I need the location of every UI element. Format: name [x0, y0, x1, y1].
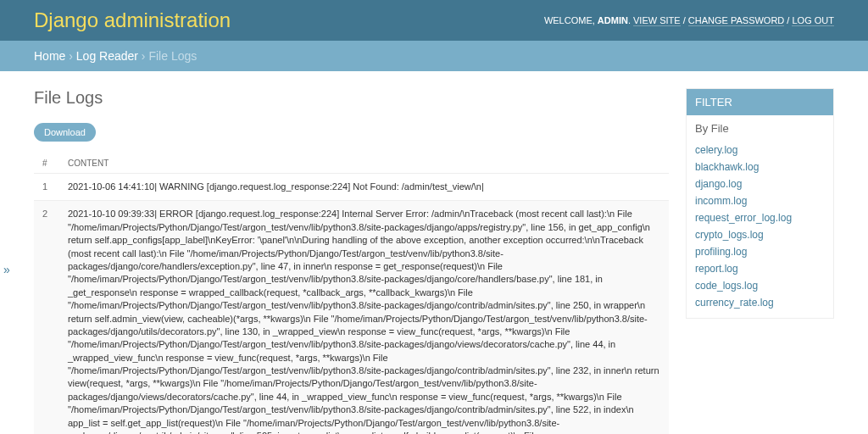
filter-link[interactable]: crypto_logs.log [695, 229, 764, 241]
page-title: File Logs [34, 88, 669, 108]
welcome-text: WELCOME, [544, 15, 598, 25]
breadcrumb-app[interactable]: Log Reader [76, 49, 138, 63]
filter-item: incomm.log [687, 192, 833, 209]
log-table: # CONTENT 12021-10-06 14:41:10| WARNING … [34, 153, 669, 434]
view-site-link[interactable]: VIEW SITE [633, 15, 681, 26]
branding: Django administration [34, 8, 231, 32]
table-row: 12021-10-06 14:41:10| WARNING [django.re… [34, 174, 669, 201]
download-button[interactable]: Download [34, 123, 96, 142]
col-header-content: CONTENT [59, 153, 669, 174]
page-arrow-icon[interactable]: » [3, 263, 10, 276]
row-content: 2021-10-06 14:41:10| WARNING [django.req… [59, 174, 669, 201]
filter-item: celery.log [687, 142, 833, 159]
filter-subtitle: By File [687, 115, 833, 138]
filter-link[interactable]: request_error_log.log [695, 212, 792, 224]
filter-item: report.log [687, 260, 833, 277]
header: Django administration WELCOME, ADMIN. VI… [0, 0, 868, 41]
row-number: 2 [34, 201, 59, 434]
filter-module: FILTER By File celery.logblackhawk.logdj… [686, 88, 834, 319]
filter-item: code_logs.log [687, 277, 833, 294]
breadcrumb-current: File Logs [148, 49, 197, 63]
filter-title: FILTER [687, 89, 833, 115]
filter-link[interactable]: code_logs.log [695, 280, 758, 292]
filter-item: request_error_log.log [687, 209, 833, 226]
logout-link[interactable]: LOG OUT [792, 15, 834, 26]
username: ADMIN [598, 15, 628, 25]
filter-list: celery.logblackhawk.logdjango.logincomm.… [687, 138, 833, 318]
filter-link[interactable]: report.log [695, 263, 738, 275]
filter-link[interactable]: blackhawk.log [695, 161, 759, 173]
col-header-num: # [34, 153, 59, 174]
filter-link[interactable]: profiling.log [695, 246, 747, 258]
object-tools: Download [34, 123, 669, 142]
filter-link[interactable]: celery.log [695, 144, 737, 156]
filter-link[interactable]: incomm.log [695, 195, 747, 207]
row-content: 2021-10-10 09:39:33| ERROR [django.reque… [59, 201, 669, 434]
content-main: File Logs Download # CONTENT 12021-10-06… [34, 88, 669, 434]
filter-item: blackhawk.log [687, 159, 833, 175]
sidebar: FILTER By File celery.logblackhawk.logdj… [686, 88, 834, 434]
breadcrumb: Home › Log Reader › File Logs [0, 41, 868, 71]
breadcrumb-home[interactable]: Home [34, 49, 65, 63]
change-password-link[interactable]: CHANGE PASSWORD [688, 15, 784, 26]
filter-link[interactable]: django.log [695, 178, 742, 190]
filter-item: currency_rate.log [687, 294, 833, 311]
content: File Logs Download # CONTENT 12021-10-06… [0, 71, 868, 434]
row-number: 1 [34, 174, 59, 201]
filter-item: profiling.log [687, 243, 833, 260]
filter-item: crypto_logs.log [687, 226, 833, 243]
filter-link[interactable]: currency_rate.log [695, 297, 774, 309]
table-row: 22021-10-10 09:39:33| ERROR [django.requ… [34, 201, 669, 434]
site-title[interactable]: Django administration [34, 8, 231, 32]
filter-item: django.log [687, 175, 833, 192]
user-tools: WELCOME, ADMIN. VIEW SITE / CHANGE PASSW… [544, 15, 834, 25]
